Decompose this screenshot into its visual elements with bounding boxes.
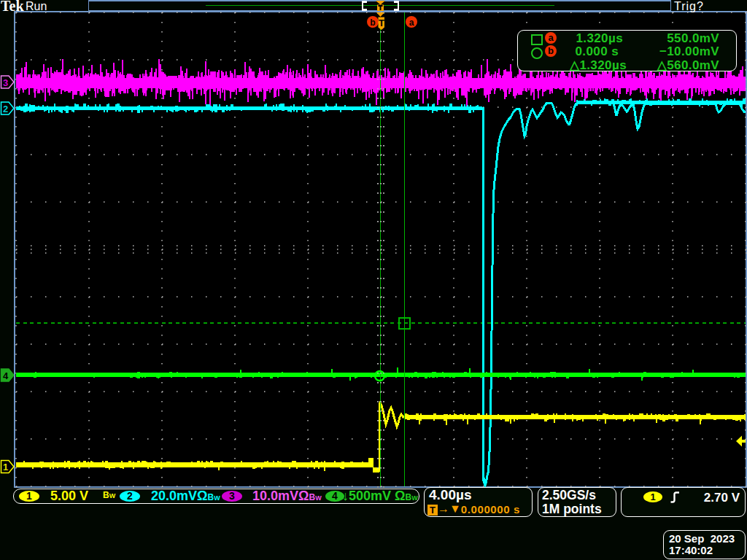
svg-text:b: b [370,18,375,28]
svg-text:1: 1 [3,462,8,472]
svg-text:T: T [379,18,384,28]
svg-text:3: 3 [3,77,8,88]
svg-text:a: a [409,18,414,28]
svg-text:4: 4 [3,370,9,381]
svg-text:2: 2 [3,104,8,114]
